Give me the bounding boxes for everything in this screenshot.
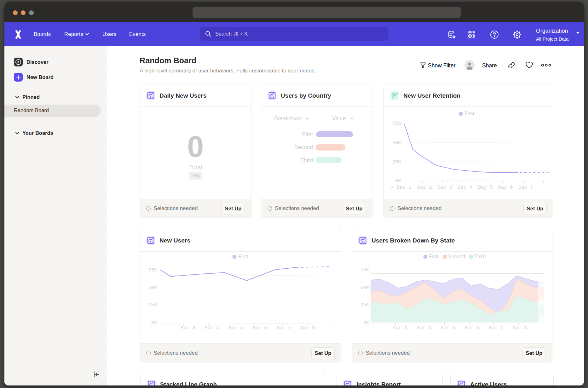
svg-text:Day 7: Day 7 <box>518 185 533 190</box>
svg-text:Day 2: Day 2 <box>417 185 432 190</box>
svg-text:Apr 3: Apr 3 <box>181 325 195 331</box>
svg-text:Apr 3: Apr 3 <box>393 325 407 331</box>
svg-text:50%: 50% <box>148 285 157 291</box>
svg-text:75%: 75% <box>392 121 401 126</box>
svg-text:75%: 75% <box>148 268 157 273</box>
svg-text:Apr 5: Apr 5 <box>441 325 455 331</box>
svg-text:Apr 6: Apr 6 <box>252 325 267 331</box>
svg-text:Apr 7: Apr 7 <box>276 325 291 331</box>
svg-text:Apr 6: Apr 6 <box>464 325 479 331</box>
svg-text:Third: Third <box>474 254 486 259</box>
svg-text:First: First <box>238 254 248 259</box>
svg-text:Day 1: Day 1 <box>397 185 412 190</box>
svg-text:0%: 0% <box>151 321 157 326</box>
svg-text:Day 3: Day 3 <box>437 185 452 190</box>
svg-text:Apr 7: Apr 7 <box>488 325 503 331</box>
svg-text:First: First <box>429 254 439 259</box>
svg-text:50%: 50% <box>360 285 369 291</box>
svg-text:Day 4: Day 4 <box>458 185 472 190</box>
svg-text:Day 6: Day 6 <box>498 185 513 190</box>
svg-text:0%: 0% <box>363 321 369 326</box>
svg-text:First: First <box>464 111 475 116</box>
svg-text:0%: 0% <box>395 178 401 184</box>
svg-text:Second: Second <box>448 254 465 259</box>
svg-text:Apr 8: Apr 8 <box>512 325 527 331</box>
svg-text:Day 5: Day 5 <box>478 185 493 190</box>
svg-text:50%: 50% <box>392 140 401 146</box>
svg-text:Apr 4: Apr 4 <box>205 325 219 331</box>
svg-text:Apr 4: Apr 4 <box>417 325 431 331</box>
svg-text:<: < <box>391 185 394 190</box>
svg-text:25%: 25% <box>392 160 401 165</box>
svg-text:25%: 25% <box>148 302 157 308</box>
svg-text:Apr 8: Apr 8 <box>300 325 315 331</box>
svg-text:75%: 75% <box>360 267 369 273</box>
svg-text:Apr 5: Apr 5 <box>228 325 243 331</box>
svg-text:25%: 25% <box>360 302 369 308</box>
